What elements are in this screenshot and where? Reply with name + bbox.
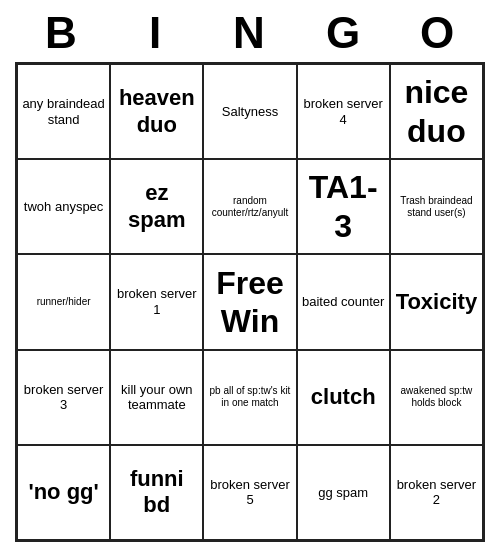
title-i: I (109, 8, 203, 58)
cell-3: broken server 4 (297, 64, 390, 159)
cell-22: broken server 5 (203, 445, 296, 540)
cell-10: runner/hider (17, 254, 110, 349)
cell-1: heaven duo (110, 64, 203, 159)
cell-5: twoh anyspec (17, 159, 110, 254)
cell-21: funni bd (110, 445, 203, 540)
cell-14: Toxicity (390, 254, 483, 349)
title-b: B (15, 8, 109, 58)
cell-17: pb all of sp:tw's kit in one match (203, 350, 296, 445)
cell-16: kill your own teammate (110, 350, 203, 445)
cell-0: any braindead stand (17, 64, 110, 159)
cell-4: nice duo (390, 64, 483, 159)
bingo-grid: any braindead standheaven duoSaltynessbr… (15, 62, 485, 542)
cell-6: ez spam (110, 159, 203, 254)
bingo-title: B I N G O (15, 0, 485, 62)
cell-13: baited counter (297, 254, 390, 349)
cell-18: clutch (297, 350, 390, 445)
cell-7: random counter/rtz/anyult (203, 159, 296, 254)
cell-12: Free Win (203, 254, 296, 349)
cell-2: Saltyness (203, 64, 296, 159)
cell-24: broken server 2 (390, 445, 483, 540)
cell-20: 'no gg' (17, 445, 110, 540)
title-g: G (297, 8, 391, 58)
cell-11: broken server 1 (110, 254, 203, 349)
cell-9: Trash braindead stand user(s) (390, 159, 483, 254)
cell-19: awakened sp:tw holds block (390, 350, 483, 445)
title-o: O (391, 8, 485, 58)
cell-23: gg spam (297, 445, 390, 540)
cell-8: TA1-3 (297, 159, 390, 254)
cell-15: broken server 3 (17, 350, 110, 445)
title-n: N (203, 8, 297, 58)
